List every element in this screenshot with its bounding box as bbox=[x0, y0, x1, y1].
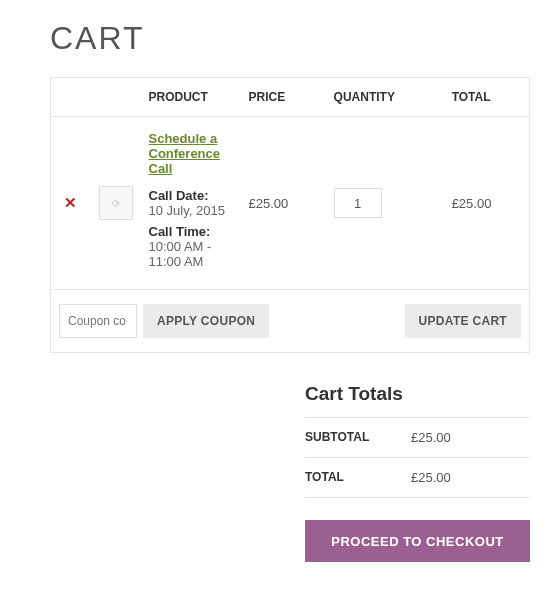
cart-totals: Cart Totals SUBTOTAL £25.00 TOTAL £25.00… bbox=[305, 383, 530, 562]
product-thumbnail[interactable]: ⟳ bbox=[99, 186, 133, 220]
placeholder-icon: ⟳ bbox=[112, 198, 120, 209]
page-title: CART bbox=[50, 20, 530, 57]
apply-coupon-button[interactable]: APPLY COUPON bbox=[143, 304, 269, 338]
total-label: TOTAL bbox=[305, 470, 387, 485]
remove-item-button[interactable]: ✕ bbox=[61, 194, 81, 212]
col-product: PRODUCT bbox=[141, 78, 241, 117]
cart-row: ✕ ⟳ Schedule a Conference Call Call Date… bbox=[51, 117, 530, 290]
col-thumbnail bbox=[91, 78, 141, 117]
update-cart-button[interactable]: UPDATE CART bbox=[405, 304, 521, 338]
cart-totals-title: Cart Totals bbox=[305, 383, 530, 405]
col-quantity: QUANTITY bbox=[326, 78, 444, 117]
subtotal-label: SUBTOTAL bbox=[305, 430, 387, 445]
call-date-label: Call Date: bbox=[149, 188, 233, 203]
item-total: £25.00 bbox=[444, 117, 530, 290]
total-value: £25.00 bbox=[411, 470, 451, 485]
cart-table: PRODUCT PRICE QUANTITY TOTAL ✕ ⟳ Schedul… bbox=[50, 77, 530, 353]
quantity-input[interactable] bbox=[334, 188, 382, 218]
col-remove bbox=[51, 78, 91, 117]
proceed-to-checkout-button[interactable]: PROCEED TO CHECKOUT bbox=[305, 520, 530, 562]
coupon-input[interactable] bbox=[59, 304, 137, 338]
col-total: TOTAL bbox=[444, 78, 530, 117]
col-price: PRICE bbox=[241, 78, 326, 117]
call-date-value: 10 July, 2015 bbox=[149, 203, 233, 218]
subtotal-value: £25.00 bbox=[411, 430, 451, 445]
product-link[interactable]: Schedule a Conference Call bbox=[149, 131, 233, 176]
call-time-label: Call Time: bbox=[149, 224, 233, 239]
actions-row: APPLY COUPON UPDATE CART bbox=[51, 290, 530, 353]
call-time-value: 10:00 AM - 11:00 AM bbox=[149, 239, 233, 269]
item-price: £25.00 bbox=[241, 117, 326, 290]
